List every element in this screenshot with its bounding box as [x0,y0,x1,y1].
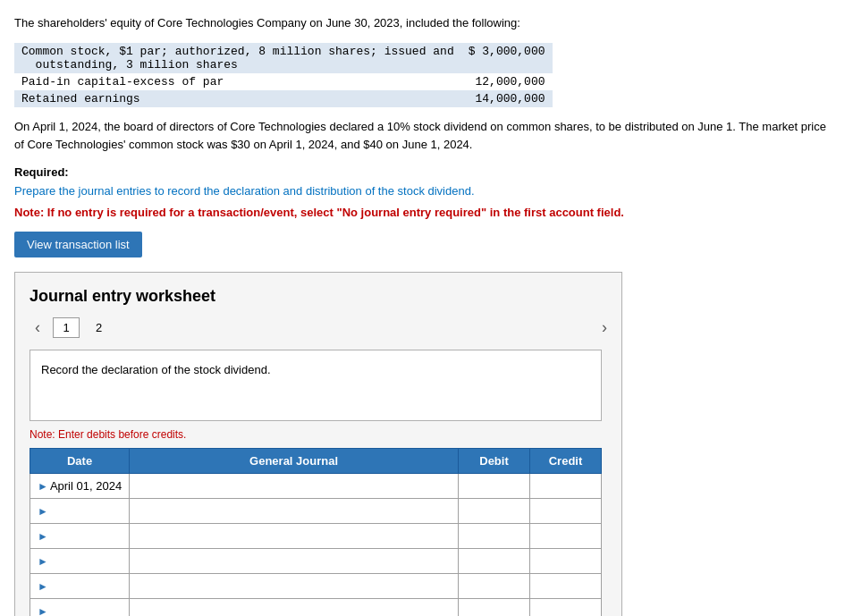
worksheet-title: Journal entry worksheet [30,287,607,306]
credit-cell-5[interactable] [530,574,602,599]
description-text: Record the declaration of the stock divi… [41,361,590,379]
table-row: ► [30,524,602,549]
credit-cell-4[interactable] [530,549,602,574]
col-header-journal: General Journal [130,449,459,474]
row-indicator-2: ► [38,505,48,518]
prepare-text: Prepare the journal entries to record th… [14,182,839,200]
tab-1[interactable]: 1 [53,317,80,338]
credit-input-6[interactable] [530,599,601,616]
credit-input-4[interactable] [530,549,601,573]
journal-cell-2[interactable] [130,499,459,524]
journal-input-6[interactable] [130,599,458,616]
date-cell-1: ►April 01, 2024 [30,474,130,499]
worksheet-container: Journal entry worksheet ‹ 1 2 › Record t… [14,272,622,616]
debit-input-4[interactable] [459,549,529,573]
credit-input-3[interactable] [530,524,601,548]
credit-input-5[interactable] [530,574,601,598]
next-arrow-button[interactable]: › [602,318,607,337]
required-section: Required: Prepare the journal entries to… [14,165,839,221]
view-transaction-button[interactable]: View transaction list [14,232,142,257]
credit-input-2[interactable] [530,499,601,523]
debit-cell-5[interactable] [459,574,530,599]
journal-input-4[interactable] [130,549,458,573]
date-cell-4: ► [30,549,130,574]
description-box: Record the declaration of the stock divi… [30,350,602,421]
row-indicator-3: ► [38,530,48,543]
col-header-date: Date [30,449,130,474]
table-row: ► [30,599,602,616]
debit-input-2[interactable] [459,499,529,523]
journal-input-5[interactable] [130,574,458,598]
required-note: Note: If no entry is required for a tran… [14,204,839,222]
row-indicator-1: ► [38,480,48,493]
table-row: ►April 01, 2024 [30,474,602,499]
journal-table: Date General Journal Debit Credit ►April… [30,448,602,616]
debit-input-1[interactable] [459,474,529,498]
debit-cell-1[interactable] [459,474,530,499]
journal-cell-5[interactable] [130,574,459,599]
credit-cell-2[interactable] [530,499,602,524]
required-label: Required: [14,165,839,179]
col-header-credit: Credit [530,449,602,474]
row-indicator-6: ► [38,605,48,616]
credit-cell-6[interactable] [530,599,602,616]
intro-text: The shareholders' equity of Core Technol… [14,14,839,32]
row-indicator-5: ► [38,580,48,593]
debit-cell-3[interactable] [459,524,530,549]
credit-input-1[interactable] [530,474,601,498]
row-indicator-4: ► [38,555,48,568]
table-row: ► [30,499,602,524]
journal-cell-1[interactable] [130,474,459,499]
table-row: ► [30,574,602,599]
debit-input-5[interactable] [459,574,529,598]
april-paragraph: On April 1, 2024, the board of directors… [14,118,839,156]
date-cell-5: ► [30,574,130,599]
prev-arrow-button[interactable]: ‹ [30,316,46,339]
journal-input-1[interactable] [130,474,458,498]
date-cell-6: ► [30,599,130,616]
debit-cell-2[interactable] [459,499,530,524]
note-debits-text: Note: Enter debits before credits. [30,428,607,441]
credit-cell-1[interactable] [530,474,602,499]
date-cell-3: ► [30,524,130,549]
debit-input-6[interactable] [459,599,529,616]
debit-cell-6[interactable] [459,599,530,616]
equity-table: Common stock, $1 par; authorized, 8 mill… [14,43,553,107]
journal-cell-3[interactable] [130,524,459,549]
tab-2[interactable]: 2 [87,318,111,337]
journal-input-3[interactable] [130,524,458,548]
journal-input-2[interactable] [130,499,458,523]
col-header-debit: Debit [459,449,530,474]
debit-input-3[interactable] [459,524,529,548]
debit-cell-4[interactable] [459,549,530,574]
journal-cell-6[interactable] [130,599,459,616]
journal-cell-4[interactable] [130,549,459,574]
date-cell-2: ► [30,499,130,524]
worksheet-nav: ‹ 1 2 › [30,316,607,339]
table-row: ► [30,549,602,574]
credit-cell-3[interactable] [530,524,602,549]
